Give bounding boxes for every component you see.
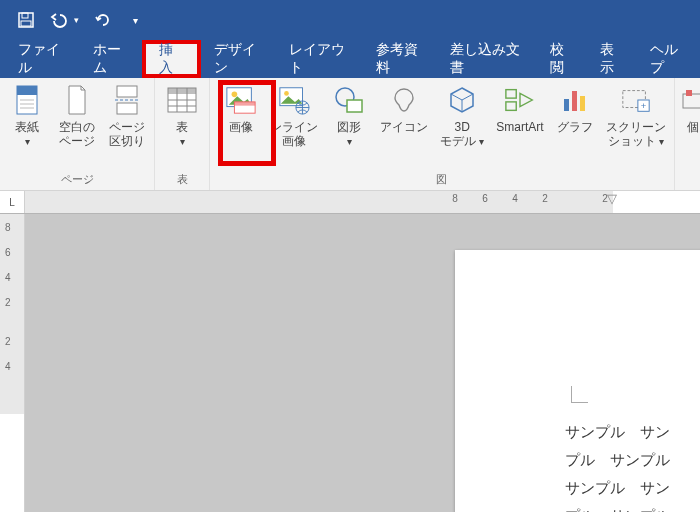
screenshot-label: スクリーン ショット: [606, 120, 666, 148]
svg-rect-26: [506, 90, 516, 98]
tab-review[interactable]: 校閲: [537, 40, 587, 78]
chart-button[interactable]: グラフ: [550, 80, 600, 134]
smartart-icon: [504, 84, 536, 116]
document-area: 8 6 4 2 2 4 サンプル サン プル サンプル サンプル サン プル サ…: [0, 214, 700, 512]
blank-page-icon: [61, 84, 93, 116]
tab-insert[interactable]: 挿入: [142, 40, 200, 78]
3d-models-button[interactable]: 3D モデル ▾: [434, 80, 490, 149]
svg-rect-27: [506, 102, 516, 110]
shapes-button[interactable]: 図形▾: [324, 80, 374, 149]
pictures-button[interactable]: 画像: [212, 80, 270, 134]
pictures-icon: [225, 84, 257, 116]
group-label-pages: ページ: [61, 172, 94, 190]
page-break-label: ページ 区切り: [109, 120, 145, 148]
save-icon[interactable]: [18, 12, 34, 28]
ribbon-tabs: ファイル ホーム 挿入 デザイン レイアウト 参考資料 差し込み文書 校閲 表示…: [0, 40, 700, 78]
3d-models-label: 3D モデル: [440, 120, 476, 148]
chart-icon: [559, 84, 591, 116]
smartart-button[interactable]: SmartArt: [490, 80, 549, 134]
blank-page-button[interactable]: 空白の ページ: [52, 80, 102, 148]
tab-references[interactable]: 参考資料: [363, 40, 438, 78]
redo-icon[interactable]: [95, 12, 111, 28]
icons-icon: [388, 84, 420, 116]
svg-rect-2: [21, 21, 31, 26]
tab-selector[interactable]: L: [0, 191, 25, 213]
group-label-tables: 表: [177, 172, 188, 190]
tab-view[interactable]: 表示: [587, 40, 637, 78]
indent-marker-icon[interactable]: ▽: [607, 191, 617, 206]
dropdown-icon: ▾: [25, 135, 30, 149]
tab-help[interactable]: ヘルプ: [637, 40, 700, 78]
svg-rect-28: [564, 99, 569, 111]
dropdown-icon: ▾: [659, 135, 664, 149]
page-break-icon: [111, 84, 143, 116]
svg-rect-35: [686, 90, 692, 96]
addins-button[interactable]: 個: [677, 80, 700, 134]
addins-label: 個: [687, 120, 699, 134]
smartart-label: SmartArt: [496, 120, 543, 134]
cover-page-button[interactable]: 表紙▾: [2, 80, 52, 149]
tab-file[interactable]: ファイル: [0, 40, 80, 78]
table-label: 表: [176, 120, 188, 134]
addins-icon: [681, 84, 700, 116]
svg-rect-34: [683, 94, 700, 108]
customize-qat-icon[interactable]: ▾: [133, 15, 138, 26]
svg-rect-9: [117, 103, 137, 114]
icons-label: アイコン: [380, 120, 428, 134]
tab-mailings[interactable]: 差し込み文書: [437, 40, 536, 78]
quick-access-toolbar: ▾ ▾: [0, 0, 700, 40]
table-icon: [166, 84, 198, 116]
screenshot-button[interactable]: + スクリーン ショット ▾: [600, 80, 672, 149]
screenshot-icon: +: [620, 84, 652, 116]
shapes-label: 図形: [337, 120, 361, 134]
cover-page-icon: [11, 84, 43, 116]
dropdown-icon: ▾: [180, 135, 185, 149]
undo-icon[interactable]: ▾: [50, 12, 79, 28]
shapes-icon: [333, 84, 365, 116]
blank-page-label: 空白の ページ: [59, 120, 95, 148]
tab-layout[interactable]: レイアウト: [276, 40, 363, 78]
icons-button[interactable]: アイコン: [374, 80, 434, 134]
cover-page-label: 表紙: [15, 120, 39, 134]
document-body-text[interactable]: サンプル サン プル サンプル サンプル サン プル サンプル: [565, 418, 670, 512]
svg-rect-12: [168, 88, 196, 94]
svg-text:+: +: [640, 100, 646, 111]
horizontal-ruler: L 8 6 4 2 2 4 6 ▽: [0, 191, 700, 214]
dropdown-icon: ▾: [347, 135, 352, 149]
online-pictures-button[interactable]: ンライン 画像: [270, 80, 324, 148]
ribbon-group-addins: 個: [675, 78, 700, 190]
tab-home[interactable]: ホーム: [80, 40, 143, 78]
online-pictures-label: ンライン 画像: [270, 120, 318, 148]
svg-rect-20: [234, 102, 255, 106]
group-label-illustrations: 図: [436, 172, 447, 190]
svg-point-22: [284, 91, 289, 96]
ribbon: 表紙▾ 空白の ページ ページ 区切り ページ: [0, 78, 700, 191]
chart-label: グラフ: [557, 120, 593, 134]
svg-point-18: [232, 92, 238, 98]
svg-rect-4: [17, 86, 37, 95]
svg-rect-8: [117, 86, 137, 97]
document-page[interactable]: サンプル サン プル サンプル サンプル サン プル サンプル: [455, 250, 700, 512]
vruler-tick-labels: 8 6 4 2 2 4: [5, 222, 11, 372]
margin-mark-icon: [571, 386, 588, 403]
svg-rect-25: [347, 100, 362, 112]
ribbon-group-pages: 表紙▾ 空白の ページ ページ 区切り ページ: [0, 78, 155, 190]
ribbon-group-illustrations: 画像 ンライン 画像 図形▾ アイコン: [210, 78, 675, 190]
table-button[interactable]: 表▾: [157, 80, 207, 149]
ribbon-group-tables: 表▾ 表: [155, 78, 210, 190]
dropdown-icon: ▾: [479, 135, 484, 149]
tab-design[interactable]: デザイン: [201, 40, 276, 78]
3d-models-icon: [446, 84, 478, 116]
vertical-ruler: 8 6 4 2 2 4: [0, 214, 25, 512]
pictures-label: 画像: [229, 120, 253, 134]
svg-rect-29: [572, 91, 577, 111]
page-break-button[interactable]: ページ 区切り: [102, 80, 152, 148]
online-pictures-icon: [278, 84, 310, 116]
svg-rect-30: [580, 96, 585, 111]
